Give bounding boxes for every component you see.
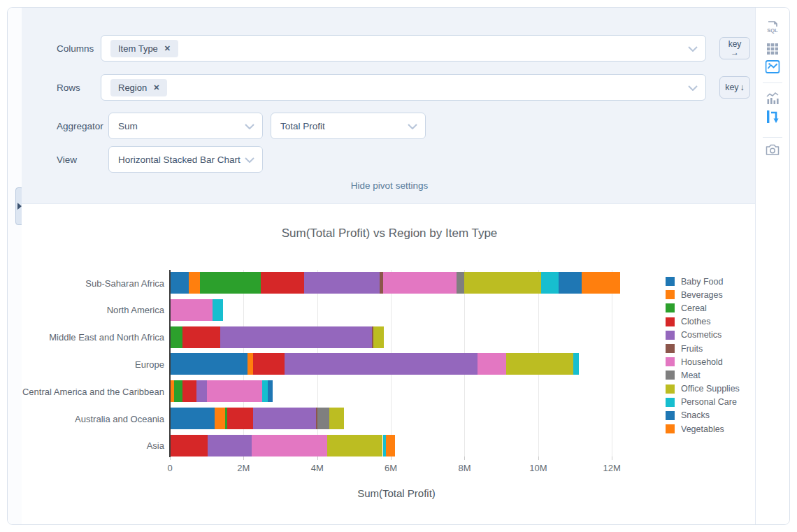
bar-segment-meat[interactable]	[457, 272, 464, 294]
legend-label: Cereal	[681, 303, 707, 313]
chevron-down-icon[interactable]	[245, 120, 254, 132]
chevron-down-icon[interactable]	[245, 153, 254, 166]
x-tick-mark	[317, 456, 318, 460]
aggregator-select[interactable]: Sum	[108, 113, 263, 139]
bar-segment-snacks[interactable]	[559, 272, 582, 294]
bar-segment-office-supplies[interactable]	[506, 353, 573, 375]
bar-segment-office-supplies[interactable]	[327, 435, 382, 456]
camera-icon[interactable]	[766, 143, 780, 159]
legend-label: Meat	[681, 371, 701, 380]
bar-segment-cereal[interactable]	[170, 326, 182, 348]
chevron-down-icon[interactable]	[408, 120, 417, 132]
bar-segment-baby-food[interactable]	[170, 272, 189, 294]
aggregator-value: Sum	[118, 121, 138, 131]
columns-key-button[interactable]: key →	[719, 37, 750, 59]
legend-item[interactable]: Clothes	[666, 315, 740, 329]
legend-item[interactable]: Office Supplies	[666, 382, 740, 396]
chart-image-icon[interactable]	[766, 60, 780, 76]
bar-segment-beverages[interactable]	[215, 408, 225, 429]
x-tick-mark	[464, 456, 465, 460]
bar-segment-clothes[interactable]	[261, 272, 304, 294]
bar-segment-beverages[interactable]	[189, 272, 200, 294]
bar-segment-personal-care[interactable]	[262, 380, 268, 402]
view-value: Horizontal Stacked Bar Chart	[118, 154, 240, 165]
legend-swatch	[666, 411, 675, 420]
chart-title: Sum(Total Profit) vs Region by Item Type	[22, 227, 757, 240]
bar-segment-cereal[interactable]	[174, 380, 183, 402]
arrow-right-icon: →	[731, 48, 739, 57]
bar-segment-cosmetics[interactable]	[196, 380, 207, 402]
bar-segment-personal-care[interactable]	[541, 272, 559, 294]
bar-segment-vegetables[interactable]	[582, 272, 620, 294]
legend-item[interactable]: Household	[666, 355, 740, 368]
rows-select[interactable]: Region ✕	[101, 74, 706, 101]
bar-segment-personal-care[interactable]	[573, 353, 579, 375]
bar-segment-household[interactable]	[383, 272, 457, 294]
hide-pivot-settings-link[interactable]: Hide pivot settings	[22, 180, 757, 191]
legend-item[interactable]: Fruits	[666, 342, 740, 355]
legend-label: Baby Food	[681, 277, 723, 287]
columns-select[interactable]: Item Type ✕	[101, 35, 706, 62]
legend-swatch	[666, 398, 675, 407]
bar-segment-household[interactable]	[478, 353, 506, 375]
bar-segment-household[interactable]	[252, 435, 327, 456]
legend-item[interactable]: Beverages	[666, 288, 740, 301]
legend-item[interactable]: Baby Food	[666, 275, 740, 288]
bar-segment-household[interactable]	[207, 380, 262, 402]
legend-label: Clothes	[681, 317, 710, 326]
bar-segment-office-supplies[interactable]	[464, 272, 541, 294]
table-grid-icon[interactable]	[766, 43, 779, 58]
bar-segment-clothes[interactable]	[253, 353, 285, 375]
legend-swatch	[666, 371, 675, 380]
stats-chart-icon[interactable]	[766, 92, 780, 108]
pivot-icon[interactable]	[766, 109, 780, 127]
rows-key-button[interactable]: key ↓	[719, 76, 750, 99]
right-toolbar: SQL	[755, 8, 789, 524]
bar-segment-cosmetics[interactable]	[285, 353, 478, 375]
toolbar-divider	[763, 82, 782, 83]
bar-segment-snacks[interactable]	[268, 380, 273, 402]
bar-segment-clothes[interactable]	[170, 435, 208, 456]
legend-label: Cosmetics	[681, 330, 721, 340]
bar-segment-office-supplies[interactable]	[329, 408, 344, 429]
bar-segment-clothes[interactable]	[182, 326, 220, 348]
legend-swatch	[666, 317, 675, 326]
bar-segment-meat[interactable]	[317, 408, 329, 429]
pivot-settings-panel: Columns Item Type ✕ key → Rows Region ✕	[22, 8, 757, 204]
legend-item[interactable]: Personal Care	[666, 396, 740, 409]
bar-segment-cosmetics[interactable]	[253, 408, 316, 429]
bar-segment-cosmetics[interactable]	[220, 326, 372, 348]
legend-item[interactable]: Meat	[666, 368, 740, 382]
aggregator-field-select[interactable]: Total Profit	[271, 113, 426, 139]
tag-close-icon[interactable]: ✕	[164, 44, 171, 53]
bar-segment-clothes[interactable]	[227, 408, 253, 429]
chevron-down-icon[interactable]	[688, 81, 698, 94]
x-tick-label: 2M	[237, 463, 250, 473]
tag-close-icon[interactable]: ✕	[153, 83, 159, 92]
view-select[interactable]: Horizontal Stacked Bar Chart	[108, 146, 263, 173]
legend-swatch	[666, 357, 675, 366]
bar-segment-personal-care[interactable]	[213, 299, 224, 321]
legend-item[interactable]: Cosmetics	[666, 329, 740, 342]
bar-segment-baby-food[interactable]	[170, 353, 247, 375]
legend-item[interactable]: Cereal	[666, 301, 740, 315]
columns-tag-item-type[interactable]: Item Type ✕	[110, 40, 178, 57]
arrow-down-icon: ↓	[740, 83, 745, 92]
bar-segment-household[interactable]	[170, 299, 213, 321]
bar-segment-cosmetics[interactable]	[208, 435, 252, 456]
bar-segment-clothes[interactable]	[182, 380, 196, 402]
bar-segment-office-supplies[interactable]	[373, 326, 384, 348]
sql-icon[interactable]: SQL	[766, 20, 780, 37]
bar-segment-cosmetics[interactable]	[304, 272, 380, 294]
chevron-down-icon[interactable]	[688, 42, 698, 55]
x-tick-mark	[391, 456, 392, 460]
bar-segment-cereal[interactable]	[200, 272, 261, 294]
bar-segment-beverages[interactable]	[247, 353, 253, 375]
legend-item[interactable]: Snacks	[666, 409, 740, 422]
legend-label: Beverages	[681, 290, 723, 300]
legend-item[interactable]: Vegetables	[666, 422, 740, 436]
bar-segment-baby-food[interactable]	[170, 408, 215, 429]
legend-label: Fruits	[681, 344, 703, 354]
bar-segment-vegetables[interactable]	[386, 435, 395, 456]
rows-tag-region[interactable]: Region ✕	[110, 79, 167, 96]
